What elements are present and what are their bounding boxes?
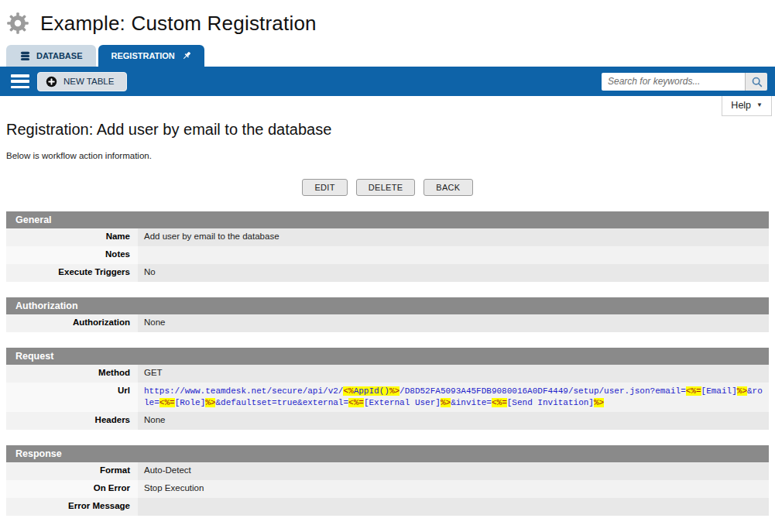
plus-icon	[46, 76, 57, 88]
app-title: Example: Custom Registration	[40, 12, 317, 36]
table-row: Name Add user by email to the database	[6, 228, 769, 246]
table-row: Authorization None	[6, 314, 769, 332]
edit-button[interactable]: EDIT	[302, 179, 347, 196]
delete-button[interactable]: DELETE	[356, 179, 416, 196]
help-dropdown[interactable]: Help ▼	[722, 96, 772, 116]
section-authorization-title: Authorization	[6, 297, 769, 314]
tab-bar: DATABASE REGISTRATION	[6, 45, 775, 67]
back-button[interactable]: BACK	[424, 179, 472, 196]
help-row: Help ▼	[0, 96, 775, 116]
field-label-name: Name	[6, 228, 138, 246]
table-row: On Error Stop Execution	[6, 480, 769, 498]
field-value-execute-triggers: No	[138, 264, 769, 282]
section-request: Request Method GET Url https://www.teamd…	[6, 348, 769, 430]
field-label-method: Method	[6, 365, 138, 383]
new-table-button[interactable]: NEW TABLE	[37, 72, 127, 91]
field-label-format: Format	[6, 462, 138, 480]
pin-icon	[181, 50, 192, 61]
field-value-authorization: None	[138, 314, 769, 332]
section-response-title: Response	[6, 445, 769, 462]
field-value-on-error: Stop Execution	[138, 480, 769, 498]
tab-registration-label: REGISTRATION	[111, 51, 174, 60]
field-label-url: Url	[6, 383, 138, 412]
request-url-value: https://www.teamdesk.net/secure/api/v2/<…	[138, 383, 769, 412]
field-value-name: Add user by email to the database	[138, 228, 769, 246]
search-icon	[751, 76, 763, 88]
section-general: General Name Add user by email to the da…	[6, 211, 769, 282]
field-value-error-message	[138, 498, 769, 516]
database-icon	[20, 51, 30, 61]
table-row: Error Message	[6, 498, 769, 516]
field-label-execute-triggers: Execute Triggers	[6, 264, 138, 282]
search-button[interactable]	[745, 73, 767, 91]
search-input[interactable]	[602, 73, 745, 91]
table-row: Headers None	[6, 412, 769, 430]
app-window: Example: Custom Registration DATABASE RE…	[0, 0, 775, 532]
table-row: Execute Triggers No	[6, 264, 769, 282]
field-label-error-message: Error Message	[6, 498, 138, 516]
table-row: Format Auto-Detect	[6, 462, 769, 480]
new-table-label: NEW TABLE	[63, 77, 114, 86]
field-value-format: Auto-Detect	[138, 462, 769, 480]
help-label: Help	[731, 100, 751, 111]
page-title: Registration: Add user by email to the d…	[6, 121, 769, 139]
field-label-headers: Headers	[6, 412, 138, 430]
field-label-authorization: Authorization	[6, 314, 138, 332]
field-value-method: GET	[138, 365, 769, 383]
tab-registration[interactable]: REGISTRATION	[98, 45, 204, 67]
table-row: Url https://www.teamdesk.net/secure/api/…	[6, 383, 769, 412]
page-description: Below is workflow action information.	[6, 151, 769, 160]
menu-icon[interactable]	[11, 74, 29, 88]
section-general-title: General	[6, 211, 769, 228]
field-label-notes: Notes	[6, 246, 138, 264]
main-content: Registration: Add user by email to the d…	[0, 121, 775, 516]
main-toolbar: NEW TABLE	[0, 67, 775, 96]
tab-database[interactable]: DATABASE	[6, 45, 96, 67]
field-value-headers: None	[138, 412, 769, 430]
table-row: Method GET	[6, 365, 769, 383]
tab-database-label: DATABASE	[36, 51, 82, 60]
chevron-down-icon: ▼	[756, 102, 763, 108]
action-buttons: EDIT DELETE BACK	[6, 179, 769, 196]
app-header: Example: Custom Registration	[0, 0, 775, 45]
section-request-title: Request	[6, 348, 769, 365]
search-box	[602, 73, 767, 91]
field-value-notes	[138, 246, 769, 264]
table-row: Notes	[6, 246, 769, 264]
section-authorization: Authorization Authorization None	[6, 297, 769, 332]
section-response: Response Format Auto-Detect On Error Sto…	[6, 445, 769, 516]
gear-icon	[6, 12, 29, 35]
field-label-on-error: On Error	[6, 480, 138, 498]
